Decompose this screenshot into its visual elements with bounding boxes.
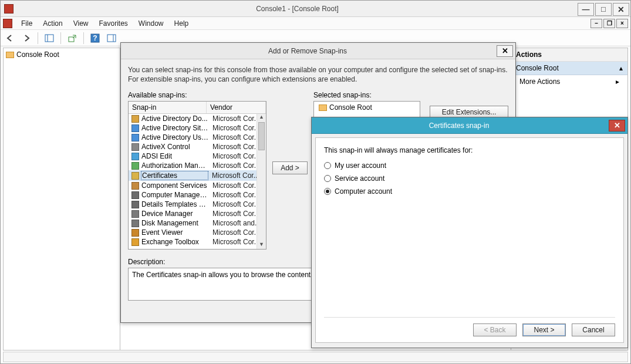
available-label: Available snap-ins: xyxy=(128,91,266,99)
menubar-icon xyxy=(3,19,12,28)
cert-dialog-title: Certificates snap-in xyxy=(312,122,606,130)
cert-dialog-close-button[interactable]: ✕ xyxy=(609,120,625,132)
collapse-icon[interactable]: ▴ xyxy=(619,64,623,72)
selected-root-item[interactable]: Console Root xyxy=(314,102,420,113)
snapin-name: Disk Management xyxy=(141,219,209,227)
snapin-icon xyxy=(130,143,140,151)
scroll-up-icon[interactable]: ▲ xyxy=(257,114,266,122)
snapin-icon xyxy=(130,124,140,132)
tree-root-item[interactable]: Console Root xyxy=(6,50,117,59)
statusbar xyxy=(3,352,628,362)
menu-action[interactable]: Action xyxy=(38,18,68,29)
mdi-restore-button[interactable]: ❐ xyxy=(603,19,615,28)
menu-window[interactable]: Window xyxy=(133,18,169,29)
actions-section-label: Console Root xyxy=(516,64,559,72)
actions-section[interactable]: Console Root ▴ xyxy=(511,62,627,75)
titlebar: Console1 - [Console Root] — □ ✕ xyxy=(1,1,630,17)
menu-file[interactable]: File xyxy=(16,18,38,29)
snapin-icon xyxy=(130,191,140,199)
certificates-snapin-dialog: Certificates snap-in ✕ This snap-in will… xyxy=(311,117,628,348)
snapin-name: Active Directory Site... xyxy=(141,124,209,132)
app-icon xyxy=(4,4,14,14)
snapin-icon xyxy=(130,228,140,237)
snapin-row[interactable]: Exchange ToolboxMicrosoft Cor... xyxy=(129,237,266,247)
radio-icon xyxy=(324,188,331,195)
snapin-row[interactable]: Details Templates E...Microsoft Cor... xyxy=(129,200,266,209)
snapin-row[interactable]: Active Directory Do...Microsoft Cor... xyxy=(129,114,266,123)
snapin-name: Event Viewer xyxy=(141,228,209,237)
svg-rect-5 xyxy=(107,35,116,42)
snapin-row[interactable]: Device ManagerMicrosoft Cor... xyxy=(129,209,266,218)
snapin-row[interactable]: ActiveX ControlMicrosoft Cor... xyxy=(129,142,266,151)
snapin-icon xyxy=(130,114,140,123)
help-icon[interactable]: ? xyxy=(88,32,102,45)
folder-icon xyxy=(319,105,327,111)
actions-header: Actions xyxy=(511,48,627,62)
close-button[interactable]: ✕ xyxy=(613,3,629,16)
actions-more[interactable]: More Actions ▸ xyxy=(511,75,627,88)
tree-pane[interactable]: Console Root xyxy=(3,48,120,350)
cancel-button[interactable]: Cancel xyxy=(572,323,615,336)
snapin-icon xyxy=(130,238,140,246)
radio-user-label: My user account xyxy=(335,161,386,170)
snapin-name: ADSI Edit xyxy=(141,152,209,160)
radio-icon xyxy=(324,175,331,182)
selected-label: Selected snap-ins: xyxy=(313,91,420,99)
radio-service-account[interactable]: Service account xyxy=(324,174,615,183)
snapin-icon xyxy=(130,161,140,170)
menu-favorites[interactable]: Favorites xyxy=(94,18,133,29)
col-snapin[interactable]: Snap-in xyxy=(129,102,207,113)
show-actions-icon[interactable] xyxy=(104,32,119,45)
actions-more-label: More Actions xyxy=(519,77,560,86)
snapin-row[interactable]: Disk ManagementMicrosoft and... xyxy=(129,218,266,228)
show-tree-icon[interactable] xyxy=(42,32,56,45)
back-button[interactable]: < Back xyxy=(473,323,517,336)
snapin-name: Active Directory Use... xyxy=(141,133,209,141)
col-vendor[interactable]: Vendor xyxy=(207,102,266,113)
snapin-row[interactable]: Authorization ManagerMicrosoft Cor... xyxy=(129,161,266,170)
snapin-icon xyxy=(130,200,140,208)
mdi-close-button[interactable]: × xyxy=(616,19,628,28)
snapin-name: Component Services xyxy=(141,181,209,190)
export-icon[interactable] xyxy=(65,32,79,45)
minimize-button[interactable]: — xyxy=(578,3,594,16)
snapin-row[interactable]: ADSI EditMicrosoft Cor... xyxy=(129,151,266,161)
snapin-name: ActiveX Control xyxy=(141,143,209,151)
snapin-name: Exchange Toolbox xyxy=(141,238,209,246)
radio-icon xyxy=(324,162,331,169)
radio-user-account[interactable]: My user account xyxy=(324,161,615,170)
next-button[interactable]: Next > xyxy=(522,323,566,336)
mdi-minimize-button[interactable]: – xyxy=(590,19,602,28)
folder-icon xyxy=(6,52,14,58)
snapin-row[interactable]: Active Directory Site...Microsoft Cor... xyxy=(129,123,266,133)
forward-icon[interactable] xyxy=(19,32,33,45)
scrollbar[interactable]: ▲ ▼ xyxy=(257,114,266,249)
dialog-title: Add or Remove Snap-ins xyxy=(121,47,494,55)
scroll-down-icon[interactable]: ▼ xyxy=(257,241,266,249)
svg-text:?: ? xyxy=(93,34,97,42)
snapin-icon xyxy=(130,210,140,218)
menu-view[interactable]: View xyxy=(68,18,94,29)
snapin-icon xyxy=(130,171,140,180)
scroll-thumb[interactable] xyxy=(258,122,265,150)
snapin-row[interactable]: CertificatesMicrosoft Cor... xyxy=(129,170,266,181)
snapin-icon xyxy=(130,219,140,227)
snapin-row[interactable]: Active Directory Use...Microsoft Cor... xyxy=(129,133,266,142)
cert-prompt: This snap-in will always manage certific… xyxy=(324,146,615,154)
snapin-name: Active Directory Do... xyxy=(141,114,209,123)
tree-root-label: Console Root xyxy=(16,50,59,59)
back-icon[interactable] xyxy=(3,32,17,45)
snapin-row[interactable]: Event ViewerMicrosoft Cor... xyxy=(129,228,266,237)
dialog-intro: You can select snap-ins for this console… xyxy=(128,65,508,84)
snapin-name: Authorization Manager xyxy=(141,161,209,170)
radio-computer-account[interactable]: Computer account xyxy=(324,187,615,196)
snapin-icon xyxy=(130,181,140,190)
add-button[interactable]: Add > xyxy=(272,161,308,174)
menu-help[interactable]: Help xyxy=(169,18,194,29)
snapin-row[interactable]: Computer Managem...Microsoft Cor... xyxy=(129,190,266,200)
maximize-button[interactable]: □ xyxy=(595,3,612,16)
snapin-row[interactable]: Component ServicesMicrosoft Cor... xyxy=(129,181,266,190)
dialog-close-button[interactable]: ✕ xyxy=(497,45,513,57)
available-snapins-list[interactable]: Snap-in Vendor Active Directory Do...Mic… xyxy=(128,101,266,250)
selected-root-label: Console Root xyxy=(329,103,372,112)
